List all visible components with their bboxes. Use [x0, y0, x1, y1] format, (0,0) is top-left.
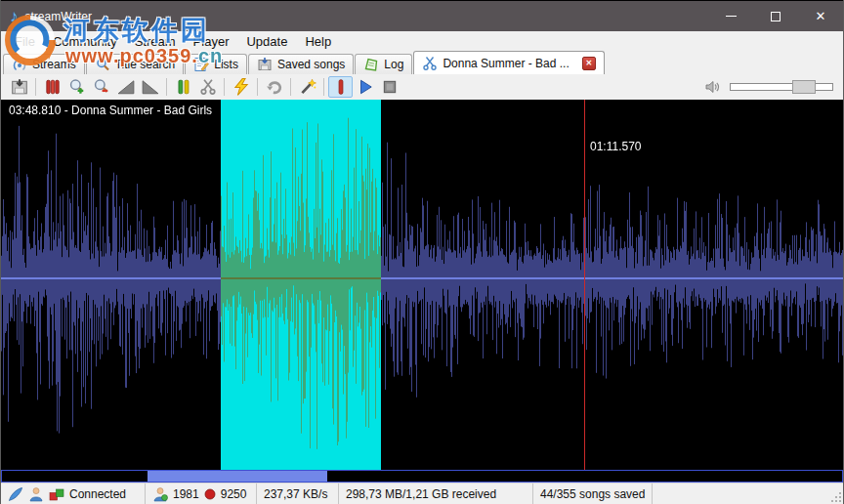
- fade-out-button[interactable]: [138, 76, 162, 98]
- fade-out-icon: [142, 78, 159, 96]
- user-icon: [28, 486, 44, 502]
- position-marker-icon: [332, 78, 350, 96]
- status-bar: Connected 1981 9250 237,37 KB/s 298,73 M…: [1, 483, 843, 504]
- tab-bar: Streams Title search Lists Saved songs L…: [1, 51, 843, 74]
- set-cut-marks-button[interactable]: [171, 76, 195, 98]
- volume-slider[interactable]: [730, 83, 833, 91]
- tab-label: Log: [384, 58, 403, 71]
- streamwriter-window: ♪ streamWriter ✕ File Community Stream P…: [0, 0, 844, 504]
- auto-cut-wand-button[interactable]: [295, 76, 319, 98]
- zoom-in-button[interactable]: [64, 76, 89, 98]
- play-button[interactable]: [353, 76, 377, 98]
- recordings-count: 9250: [221, 487, 247, 501]
- toolbar-separator: [290, 78, 291, 96]
- tab-lists[interactable]: Lists: [185, 54, 247, 74]
- toolbar-separator: [35, 78, 36, 96]
- menu-stream[interactable]: Stream: [126, 33, 185, 50]
- menu-bar: File Community Stream Player Update Help: [1, 31, 843, 51]
- lists-icon: [193, 57, 209, 72]
- stop-button[interactable]: [377, 76, 401, 98]
- speed-panel: 237,37 KB/s: [257, 483, 339, 504]
- play-icon: [357, 78, 374, 96]
- connection-icon: [8, 486, 23, 502]
- tab-label: Title search: [115, 58, 176, 71]
- saved-songs-icon: [257, 57, 273, 72]
- fade-in-button[interactable]: [113, 76, 138, 98]
- clients-count: 1981: [173, 487, 199, 501]
- zoom-in-icon: [68, 78, 86, 96]
- tab-label: Lists: [214, 58, 238, 71]
- scissors-gray-icon: [199, 78, 217, 96]
- scissors-icon: [422, 56, 438, 71]
- waveform-canvas[interactable]: [1, 100, 843, 470]
- volume-control: [704, 79, 833, 95]
- blocks-icon: [49, 486, 64, 502]
- playhead-time-label: 01:11.570: [590, 140, 642, 153]
- toolbar-separator: [224, 78, 225, 96]
- volume-slider-thumb[interactable]: [792, 80, 816, 94]
- resize-grip[interactable]: [830, 491, 842, 503]
- tab-label: Saved songs: [277, 58, 345, 71]
- tab-streams[interactable]: Streams: [3, 54, 85, 74]
- apply-cut-icon: [232, 78, 250, 96]
- toolbar-separator: [323, 78, 324, 96]
- title-bar: ♪ streamWriter ✕: [1, 0, 843, 31]
- songs-saved: 44/355 songs saved: [540, 487, 645, 501]
- minimize-button[interactable]: [708, 1, 753, 31]
- window-title: streamWriter: [25, 10, 92, 23]
- menu-help[interactable]: Help: [296, 33, 340, 50]
- zoom-out-button[interactable]: [89, 76, 113, 98]
- close-button[interactable]: ✕: [798, 1, 843, 31]
- stop-icon: [381, 78, 399, 96]
- connection-panel: Connected: [1, 483, 146, 504]
- menu-player[interactable]: Player: [185, 33, 238, 50]
- tab-song-donna-summer[interactable]: Donna Summer - Bad ... ✕: [413, 51, 604, 74]
- tab-close-icon[interactable]: ✕: [582, 57, 596, 70]
- undo-icon: [266, 78, 283, 96]
- log-icon: [363, 57, 379, 72]
- window-controls: ✕: [708, 1, 843, 31]
- user-add-icon: [152, 486, 168, 502]
- cut-view-button[interactable]: [40, 76, 64, 98]
- streams-icon: [12, 57, 27, 72]
- toolbar-separator: [257, 78, 258, 96]
- menu-update[interactable]: Update: [237, 33, 296, 50]
- save-icon: [11, 78, 28, 96]
- title-search-icon: [95, 57, 110, 72]
- connection-status: Connected: [69, 487, 126, 501]
- cut-button[interactable]: [195, 76, 220, 98]
- songs-saved-panel: 44/355 songs saved: [533, 483, 653, 504]
- volume-icon: [704, 79, 721, 95]
- menu-file[interactable]: File: [6, 33, 44, 50]
- toolbar-separator: [166, 78, 167, 96]
- maximize-button[interactable]: [753, 1, 798, 31]
- data-received: 298,73 MB/1,21 GB received: [346, 487, 496, 501]
- tab-title-search[interactable]: Title search: [86, 54, 185, 74]
- tab-log[interactable]: Log: [355, 54, 412, 74]
- set-position-button[interactable]: [328, 76, 353, 98]
- tab-saved-songs[interactable]: Saved songs: [248, 54, 354, 74]
- wand-icon: [299, 78, 316, 96]
- save-button[interactable]: [7, 76, 31, 98]
- cut-marks-icon: [175, 78, 192, 96]
- waveform-title-label: 03:48.810 - Donna Summer - Bad Girls: [9, 104, 212, 117]
- app-music-note-icon: ♪: [10, 8, 19, 24]
- playhead-line[interactable]: [584, 100, 585, 470]
- apply-cut-button[interactable]: [229, 76, 253, 98]
- zoom-out-icon: [93, 78, 110, 96]
- waveform-scrollbar-handle[interactable]: [148, 471, 327, 482]
- menu-community[interactable]: Community: [44, 33, 126, 50]
- fade-in-icon: [117, 78, 135, 96]
- record-dot-icon: [204, 488, 216, 500]
- received-panel: 298,73 MB/1,21 GB received: [339, 483, 533, 504]
- tab-label: Streams: [32, 58, 76, 71]
- waveform-scrollbar[interactable]: [1, 470, 843, 483]
- undo-button[interactable]: [262, 76, 286, 98]
- editor-toolbar: [1, 74, 843, 100]
- waveform-view: 03:48.810 - Donna Summer - Bad Girls 01:…: [1, 100, 843, 470]
- tab-label: Donna Summer - Bad ...: [443, 57, 569, 70]
- download-speed: 237,37 KB/s: [264, 487, 327, 501]
- counters-panel: 1981 9250: [146, 483, 257, 504]
- cut-view-icon: [44, 78, 62, 96]
